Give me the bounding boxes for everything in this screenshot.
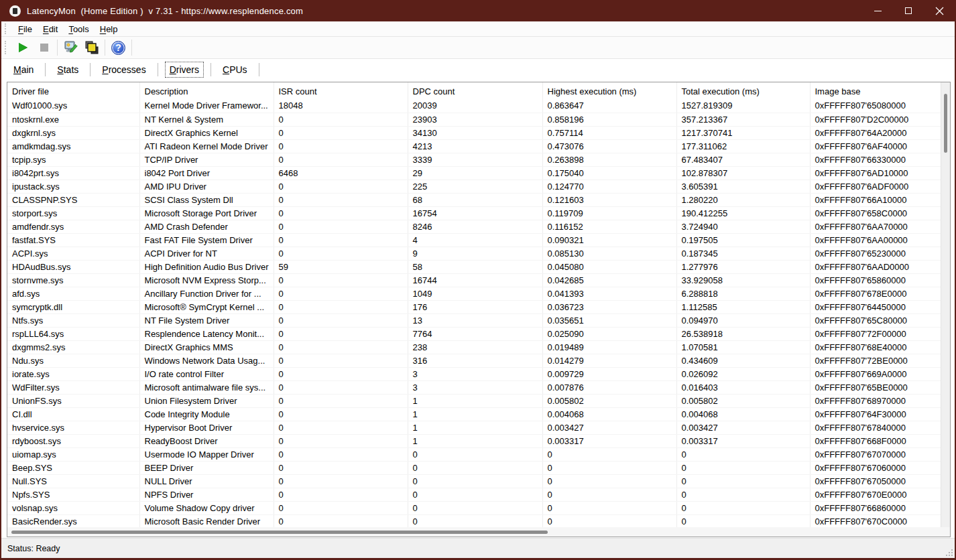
cell-total-execution: 1527.819309 xyxy=(676,99,810,113)
tab-stats[interactable]: Stats xyxy=(53,62,82,77)
table-row[interactable]: rdyboost.sysReadyBoost Driver010.0033170… xyxy=(7,434,941,447)
table-row[interactable]: CLASSPNP.SYSSCSI Class System Dll0680.12… xyxy=(7,193,941,206)
maximize-button[interactable] xyxy=(893,0,924,21)
table-row[interactable]: hvservice.sysHypervisor Boot Driver010.0… xyxy=(7,421,941,434)
table-row[interactable]: uiomap.sysUsermode IO Mapper Driver00000… xyxy=(7,447,941,461)
window-title: LatencyMon (Home Edition ) v 7.31 - http… xyxy=(27,6,303,16)
table-row[interactable]: fastfat.SYSFast FAT File System Driver04… xyxy=(7,233,941,247)
table-row[interactable]: stornvme.sysMicrosoft NVM Express Storp.… xyxy=(7,273,941,287)
column-header-highest-execution[interactable]: Highest execution (ms) xyxy=(542,82,676,99)
cell-driver-file: volsnap.sys xyxy=(7,501,139,514)
table-row[interactable]: amdkmdag.sysATI Radeon Kernel Mode Drive… xyxy=(7,139,941,153)
cell-highest-execution: 0.004068 xyxy=(542,407,676,421)
cell-dpc-count: 16744 xyxy=(408,273,542,287)
cell-total-execution: 1.280220 xyxy=(676,193,810,206)
close-button[interactable] xyxy=(924,0,955,21)
help-button[interactable]: ? xyxy=(108,39,129,57)
tab-cpus[interactable]: CPUs xyxy=(219,62,251,77)
table-row[interactable]: Wdf01000.sysKernel Mode Driver Framewor.… xyxy=(7,99,941,113)
cell-driver-file: CLASSPNP.SYS xyxy=(7,193,139,206)
cell-total-execution: 1217.370741 xyxy=(676,126,810,139)
cell-driver-file: rspLLL64.sys xyxy=(7,327,139,340)
table-row[interactable]: tcpip.sysTCP/IP Driver033390.26389867.48… xyxy=(7,153,941,166)
column-header-total-execution[interactable]: Total execution (ms) xyxy=(676,82,810,99)
table-row[interactable]: UnionFS.sysUnion Filesystem Driver010.00… xyxy=(7,394,941,407)
horizontal-scrollbar[interactable] xyxy=(7,527,950,537)
cell-isr-count: 0 xyxy=(274,354,408,367)
column-header-description[interactable]: Description xyxy=(139,82,274,99)
table-row[interactable]: ipustack.sysAMD IPU Driver02250.1247703.… xyxy=(7,180,941,193)
cell-total-execution: 0.003427 xyxy=(676,421,810,434)
table-row[interactable]: amdfendr.sysAMD Crash Defender082460.116… xyxy=(7,220,941,233)
cell-description: Hypervisor Boot Driver xyxy=(139,421,274,434)
cell-description: AMD IPU Driver xyxy=(139,180,274,193)
cell-description: Volume Shadow Copy driver xyxy=(139,501,274,514)
table-row[interactable]: BasicRender.sysMicrosoft Basic Render Dr… xyxy=(7,514,941,527)
toolbar-separator xyxy=(131,40,132,56)
column-header-dpc-count[interactable]: DPC count xyxy=(408,82,542,99)
cell-description: NULL Driver xyxy=(139,474,274,488)
table-row[interactable]: Npfs.SYSNPFS Driver00000xFFFFF807'670E00… xyxy=(7,488,941,501)
table-row[interactable]: iorate.sysI/O rate control Filter030.009… xyxy=(7,367,941,380)
cell-dpc-count: 0 xyxy=(408,461,542,474)
table-row[interactable]: i8042prt.sysi8042 Port Driver6468290.175… xyxy=(7,166,941,180)
options-button[interactable] xyxy=(60,39,81,57)
tab-drivers[interactable]: Drivers xyxy=(166,62,203,77)
menu-file[interactable]: File xyxy=(13,23,38,36)
table-row[interactable]: afd.sysAncillary Function Driver for ...… xyxy=(7,287,941,300)
table-row[interactable]: volsnap.sysVolume Shadow Copy driver0000… xyxy=(7,501,941,514)
menu-tools[interactable]: Tools xyxy=(63,23,94,36)
table-row[interactable]: Ntfs.sysNT File System Driver0130.035651… xyxy=(7,313,941,327)
column-header-image-base[interactable]: Image base xyxy=(810,82,941,99)
cell-highest-execution: 0.035651 xyxy=(542,313,676,327)
cell-highest-execution: 0.005802 xyxy=(542,394,676,407)
cell-dpc-count: 1 xyxy=(408,407,542,421)
menu-edit[interactable]: Edit xyxy=(38,23,63,36)
cell-isr-count: 0 xyxy=(274,474,408,488)
table-row[interactable]: Null.SYSNULL Driver00000xFFFFF807'670500… xyxy=(7,474,941,488)
table-row[interactable]: rspLLL64.sysResplendence Latency Monit..… xyxy=(7,327,941,340)
cell-image-base: 0xFFFFF807'6AA70000 xyxy=(810,220,941,233)
resize-grip-icon[interactable] xyxy=(946,549,953,556)
cell-dpc-count: 20039 xyxy=(408,99,542,113)
report-button[interactable] xyxy=(81,39,102,57)
tab-processes[interactable]: Processes xyxy=(98,62,150,77)
table-row[interactable]: Ndu.sysWindows Network Data Usag...03160… xyxy=(7,354,941,367)
cell-highest-execution: 0.085130 xyxy=(542,247,676,260)
table-row[interactable]: ACPI.sysACPI Driver for NT090.0851300.18… xyxy=(7,247,941,260)
cell-driver-file: fastfat.SYS xyxy=(7,233,139,247)
vertical-scrollbar-thumb[interactable] xyxy=(944,94,947,153)
cell-dpc-count: 16754 xyxy=(408,206,542,220)
cell-highest-execution: 0.003427 xyxy=(542,421,676,434)
minimize-button[interactable] xyxy=(862,0,893,21)
vertical-scrollbar[interactable] xyxy=(941,82,950,527)
horizontal-scrollbar-thumb[interactable] xyxy=(11,531,548,534)
cell-dpc-count: 13 xyxy=(408,313,542,327)
table-row[interactable]: dxgkrnl.sysDirectX Graphics Kernel034130… xyxy=(7,126,941,139)
menubar-gripper[interactable] xyxy=(5,23,7,34)
table-row[interactable]: HDAudBus.sysHigh Definition Audio Bus Dr… xyxy=(7,260,941,273)
cell-dpc-count: 7764 xyxy=(408,327,542,340)
toolbar-gripper[interactable] xyxy=(5,41,7,54)
tab-main[interactable]: Main xyxy=(9,62,38,77)
menu-help[interactable]: Help xyxy=(95,23,123,36)
table-row[interactable]: ntoskrnl.exeNT Kernel & System0239030.85… xyxy=(7,113,941,126)
table-row[interactable]: WdFilter.sysMicrosoft antimalware file s… xyxy=(7,380,941,394)
toolbar: ? xyxy=(1,37,955,59)
column-header-isr-count[interactable]: ISR count xyxy=(274,82,408,99)
column-header-driver-file[interactable]: Driver file xyxy=(7,82,139,99)
cell-image-base: 0xFFFFF807'65860000 xyxy=(810,273,941,287)
cell-highest-execution: 0.090321 xyxy=(542,233,676,247)
table-row[interactable]: dxgmms2.sysDirectX Graphics MMS02380.019… xyxy=(7,340,941,354)
cell-total-execution: 1.112585 xyxy=(676,300,810,313)
table-row[interactable]: symcryptk.dllMicrosoft® SymCrypt Kernel … xyxy=(7,300,941,313)
start-monitor-button[interactable] xyxy=(13,39,34,57)
drivers-table: Driver fileDescriptionISR countDPC count… xyxy=(7,82,941,527)
table-row[interactable]: CI.dllCode Integrity Module010.0040680.0… xyxy=(7,407,941,421)
table-row[interactable]: storport.sysMicrosoft Storage Port Drive… xyxy=(7,206,941,220)
table-body: Wdf01000.sysKernel Mode Driver Framewor.… xyxy=(7,99,941,527)
cell-isr-count: 0 xyxy=(274,367,408,380)
stop-monitor-button[interactable] xyxy=(34,39,54,57)
cell-dpc-count: 8246 xyxy=(408,220,542,233)
table-row[interactable]: Beep.SYSBEEP Driver00000xFFFFF807'670600… xyxy=(7,461,941,474)
